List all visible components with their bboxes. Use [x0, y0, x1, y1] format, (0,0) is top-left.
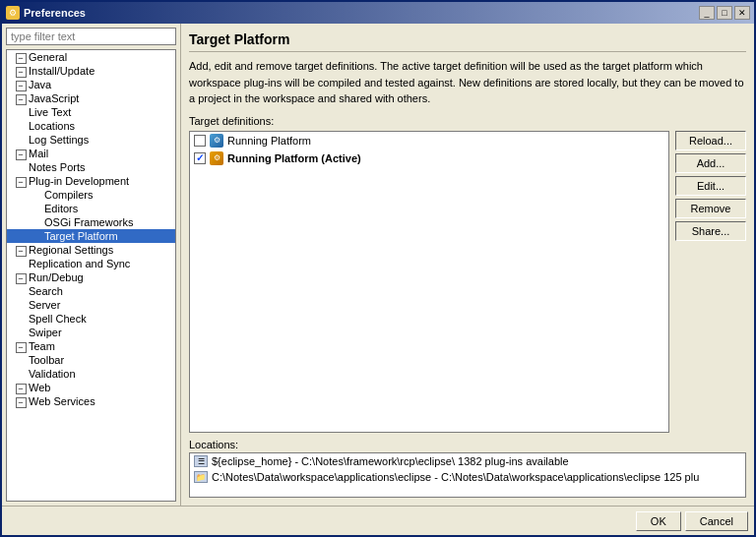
left-panel: GeneralInstall/UpdateJavaJavaScriptLive …	[2, 24, 181, 506]
tree-item-server[interactable]: Server	[7, 298, 175, 312]
list-item-running-platform-active[interactable]: ✓⚙Running Platform (Active)	[190, 149, 668, 167]
tree-label-locations: Locations	[29, 120, 75, 132]
cancel-button[interactable]: Cancel	[685, 511, 748, 531]
remove-button[interactable]: Remove	[675, 199, 746, 218]
right-panel: Target Platform Add, edit and remove tar…	[181, 24, 754, 506]
tree-label-search: Search	[29, 285, 63, 297]
tree-item-web-services[interactable]: Web Services	[7, 394, 175, 408]
checkbox-running-platform[interactable]	[194, 135, 206, 147]
tree-item-toolbar[interactable]: Toolbar	[7, 353, 175, 367]
tree-label-compilers: Compilers	[44, 189, 94, 201]
tree-label-osgi-frameworks: OSGi Frameworks	[44, 216, 133, 228]
panel-title: Target Platform	[189, 31, 746, 52]
tree-item-install-update[interactable]: Install/Update	[7, 64, 175, 78]
tree-label-team: Team	[29, 340, 55, 352]
tree-item-replication-sync[interactable]: Replication and Sync	[7, 257, 175, 270]
location-icon-0: ☰	[194, 455, 208, 467]
ok-button[interactable]: OK	[636, 511, 681, 531]
tree-label-server: Server	[29, 299, 60, 311]
tree-item-validation[interactable]: Validation	[7, 367, 175, 381]
location-item-0: ☰${eclipse_home} - C:\Notes\framework\rc…	[190, 453, 745, 469]
target-list[interactable]: ⚙Running Platform✓⚙Running Platform (Act…	[189, 131, 669, 434]
tree-label-mail: Mail	[29, 148, 48, 159]
filter-input[interactable]	[6, 28, 176, 45]
main-area: ⚙Running Platform✓⚙Running Platform (Act…	[189, 131, 746, 434]
location-text-0: ${eclipse_home} - C:\Notes\framework\rcp…	[212, 455, 569, 467]
bottom-bar: OK Cancel	[2, 506, 754, 535]
tree-label-editors: Editors	[44, 203, 78, 214]
tree-label-plug-in-dev: Plug-in Development	[29, 175, 129, 187]
window-title: Preferences	[24, 7, 86, 19]
tree-item-general[interactable]: General	[7, 50, 175, 64]
tree-item-notes-ports[interactable]: Notes Ports	[7, 160, 175, 174]
location-text-1: C:\Notes\Data\workspace\applications\ecl…	[212, 471, 699, 483]
tree-item-spell-check[interactable]: Spell Check	[7, 312, 175, 326]
tree-label-log-settings: Log Settings	[29, 134, 89, 146]
tree-label-target-platform: Target Platform	[44, 230, 118, 242]
tree-label-java: Java	[29, 79, 51, 90]
preferences-window: ⚙ Preferences _ □ ✕ GeneralInstall/Updat…	[0, 0, 756, 537]
platform-icon-running-platform-active: ⚙	[210, 151, 223, 165]
tree-label-replication-sync: Replication and Sync	[29, 258, 130, 269]
tree-label-live-text: Live Text	[29, 106, 71, 118]
edit-button[interactable]: Edit...	[675, 176, 746, 196]
tree-label-regional-settings: Regional Settings	[29, 244, 113, 256]
checkbox-running-platform-active[interactable]: ✓	[194, 152, 206, 164]
tree-item-regional-settings[interactable]: Regional Settings	[7, 243, 175, 257]
list-item-text-running-platform-active: Running Platform (Active)	[227, 152, 361, 164]
button-panel: Reload... Add... Edit... Remove Share...	[675, 131, 746, 434]
tree-label-spell-check: Spell Check	[29, 313, 87, 325]
tree-item-osgi-frameworks[interactable]: OSGi Frameworks	[7, 215, 175, 229]
reload-button[interactable]: Reload...	[675, 131, 746, 150]
location-item-1: 📁C:\Notes\Data\workspace\applications\ec…	[190, 469, 745, 485]
location-icon-1: 📁	[194, 471, 208, 483]
target-defs-label: Target definitions:	[189, 115, 746, 127]
tree-item-javascript[interactable]: JavaScript	[7, 91, 175, 105]
main-content: GeneralInstall/UpdateJavaJavaScriptLive …	[2, 24, 754, 506]
tree-label-validation: Validation	[29, 368, 76, 380]
locations-list: ☰${eclipse_home} - C:\Notes\framework\rc…	[189, 452, 746, 498]
tree-item-web[interactable]: Web	[7, 381, 175, 394]
tree-item-plug-in-dev[interactable]: Plug-in Development	[7, 174, 175, 188]
tree-item-search[interactable]: Search	[7, 284, 175, 298]
tree-item-team[interactable]: Team	[7, 339, 175, 353]
tree-item-editors[interactable]: Editors	[7, 202, 175, 215]
list-item-text-running-platform: Running Platform	[227, 135, 311, 147]
tree-item-swiper[interactable]: Swiper	[7, 326, 175, 339]
platform-icon-running-platform: ⚙	[210, 134, 223, 148]
tree-item-live-text[interactable]: Live Text	[7, 105, 175, 119]
description-text: Add, edit and remove target definitions.…	[189, 58, 746, 107]
tree-label-web-services: Web Services	[29, 395, 95, 407]
tree-label-swiper: Swiper	[29, 327, 62, 338]
tree-item-run-debug[interactable]: Run/Debug	[7, 270, 175, 284]
list-item-running-platform[interactable]: ⚙Running Platform	[190, 132, 668, 149]
tree-label-web: Web	[29, 382, 50, 393]
window-icon: ⚙	[6, 6, 20, 20]
locations-section: Locations: ☰${eclipse_home} - C:\Notes\f…	[189, 439, 746, 498]
tree-label-install-update: Install/Update	[29, 65, 94, 77]
tree-item-compilers[interactable]: Compilers	[7, 188, 175, 202]
tree-item-locations[interactable]: Locations	[7, 119, 175, 133]
add-button[interactable]: Add...	[675, 153, 746, 173]
tree-item-log-settings[interactable]: Log Settings	[7, 133, 175, 147]
title-bar: ⚙ Preferences _ □ ✕	[2, 2, 754, 24]
tree-label-toolbar: Toolbar	[29, 354, 64, 366]
tree-item-target-platform[interactable]: Target Platform	[7, 229, 175, 243]
tree-scroll[interactable]: GeneralInstall/UpdateJavaJavaScriptLive …	[6, 49, 176, 502]
tree-item-java[interactable]: Java	[7, 78, 175, 91]
tree-label-javascript: JavaScript	[29, 92, 79, 104]
close-button[interactable]: ✕	[734, 6, 750, 20]
minimize-button[interactable]: _	[699, 6, 715, 20]
tree-label-run-debug: Run/Debug	[29, 271, 84, 283]
share-button[interactable]: Share...	[675, 221, 746, 241]
tree-label-general: General	[29, 51, 67, 63]
locations-label: Locations:	[189, 439, 746, 450]
maximize-button[interactable]: □	[717, 6, 732, 20]
tree-item-mail[interactable]: Mail	[7, 147, 175, 160]
tree-label-notes-ports: Notes Ports	[29, 161, 85, 173]
